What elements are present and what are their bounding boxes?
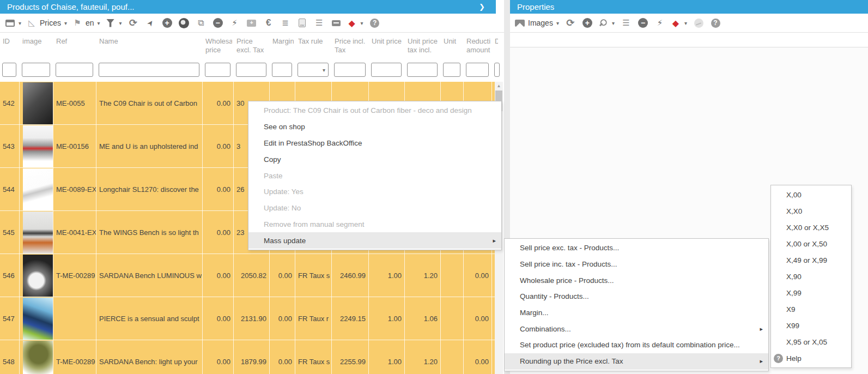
cell-ref[interactable]: T-ME-00289 — [53, 340, 96, 374]
cell-unit_price[interactable]: 1.00 — [369, 297, 405, 340]
chevron-down-icon[interactable]: ▾ — [556, 20, 559, 26]
menu-item[interactable]: X,49 or X,99 — [771, 252, 851, 268]
cell-wholesale[interactable]: 0.00 — [203, 254, 234, 297]
premium-gem-button[interactable]: ◆▾ — [670, 16, 688, 30]
filter-unit_price[interactable] — [371, 63, 402, 77]
column-header-unit_price[interactable]: Unit price — [372, 37, 403, 46]
menu-item[interactable]: Wholesale price - Products... — [505, 272, 768, 288]
cell-reduction[interactable]: 0.00 — [464, 254, 492, 297]
refresh-button[interactable]: ⟳ — [564, 16, 577, 30]
cell-name[interactable]: SARDANA Bench LUMINOUS w — [96, 254, 203, 297]
menu-item[interactable]: See on shop — [248, 119, 501, 135]
column-header-image[interactable]: image — [22, 37, 52, 46]
column-header-ref[interactable]: Ref — [56, 37, 95, 46]
menu-item[interactable]: ?Help — [771, 350, 851, 366]
language-flag-button[interactable]: ⚑en▾ — [72, 16, 101, 30]
cell-image[interactable] — [20, 125, 53, 168]
cell-ref[interactable] — [53, 297, 96, 340]
chevron-down-icon[interactable]: ▾ — [684, 20, 687, 26]
cell-ref[interactable]: ME-0055 — [53, 82, 96, 125]
cell-margin[interactable]: 0.00 — [270, 340, 295, 374]
cell-tax_rule[interactable]: FR Taux s — [295, 254, 332, 297]
cell-unit[interactable] — [441, 254, 464, 297]
cell-wholesale[interactable]: 0.00 — [203, 297, 234, 340]
cell-wholesale[interactable]: 0.00 — [203, 211, 234, 254]
cell-ref[interactable]: T-ME-00289 — [53, 254, 96, 297]
cell-margin[interactable]: 0.00 — [270, 254, 295, 297]
menu-item[interactable]: Rounding up the Price excl. Tax▸ — [505, 353, 768, 370]
column-header-unit[interactable]: Unit — [444, 37, 462, 46]
actions-lightning-button[interactable]: ⚡ — [228, 16, 241, 30]
cell-price_excl[interactable]: 2131.90 — [234, 297, 270, 340]
menu-item[interactable]: X,00 or X,50 — [771, 236, 851, 252]
cell-wholesale[interactable]: 0.00 — [203, 82, 234, 125]
cell-margin[interactable]: 0.00 — [270, 297, 295, 340]
help-button[interactable]: ? — [709, 16, 722, 30]
cell-image[interactable] — [20, 168, 53, 211]
cell-price_incl[interactable]: 2460.99 — [332, 254, 369, 297]
cell-unit[interactable] — [441, 340, 464, 374]
cell-unit_price[interactable]: 1.00 — [369, 340, 405, 374]
cell-name[interactable]: ME and U is an upholstered ind — [96, 125, 203, 168]
menu-item[interactable]: Margin... — [505, 305, 768, 321]
table-row-546[interactable]: 546T-ME-00289SARDANA Bench LUMINOUS w0.0… — [0, 254, 502, 297]
filter-wholesale[interactable] — [205, 63, 230, 77]
menu-item[interactable]: X,95 or X,05 — [771, 334, 851, 350]
print-button[interactable] — [330, 16, 343, 30]
add-button[interactable]: + — [161, 16, 174, 30]
cell-name[interactable]: PIERCE is a sensual and sculpt — [96, 297, 203, 340]
cell-wholesale[interactable]: 0.00 — [203, 168, 234, 211]
cell-unit[interactable] — [441, 297, 464, 340]
filter-image[interactable] — [22, 63, 50, 77]
filter-margin[interactable] — [272, 63, 292, 77]
menu-item[interactable]: X,X0 — [771, 203, 851, 219]
cell-name[interactable]: The C09 Chair is out of Carbon — [96, 82, 203, 125]
column-header-price_incl[interactable]: Price incl. Tax — [335, 37, 367, 55]
price-levels-button[interactable]: ≣ — [279, 16, 292, 30]
cell-price_excl[interactable]: 2050.82 — [234, 254, 270, 297]
prices-view-button[interactable]: ◺Prices▾ — [26, 16, 68, 30]
cell-id[interactable]: 547 — [0, 297, 20, 340]
filter-name[interactable] — [99, 63, 199, 77]
filter-ref[interactable] — [56, 63, 93, 77]
images-view-button[interactable]: Images▾ — [514, 16, 560, 30]
cell-image[interactable] — [20, 82, 53, 125]
copy-pages-button[interactable]: ⧉ — [195, 16, 208, 30]
menu-item[interactable]: X9 — [771, 301, 851, 317]
cell-price_incl[interactable]: 2249.15 — [332, 297, 369, 340]
cell-price_incl[interactable]: 2255.99 — [332, 340, 369, 374]
collapse-chevron-icon[interactable]: ❯ — [479, 0, 485, 14]
cell-image[interactable] — [20, 297, 53, 340]
cell-image[interactable] — [20, 340, 53, 374]
chevron-down-icon[interactable]: ▾ — [612, 20, 615, 26]
key-button[interactable]: ▾ — [598, 16, 616, 30]
menu-item[interactable]: X,00 — [771, 186, 851, 203]
premium-gem-button[interactable]: ◆▾ — [347, 16, 365, 30]
column-header-tax_rule[interactable]: Tax rule — [298, 37, 330, 46]
cell-image[interactable] — [20, 211, 53, 254]
cell-id[interactable]: 545 — [0, 211, 20, 254]
filter-button[interactable]: ▾ — [105, 16, 123, 30]
chevron-down-icon[interactable]: ▾ — [64, 20, 67, 26]
chevron-down-icon[interactable]: ▾ — [119, 20, 122, 26]
prestashop-button[interactable] — [178, 16, 191, 30]
help-button[interactable]: ? — [368, 16, 381, 30]
filter-unit_price_tax[interactable] — [407, 63, 438, 77]
cell-id[interactable]: 543 — [0, 125, 20, 168]
cell-ref[interactable]: ME-0089-EX — [53, 168, 96, 211]
menu-item[interactable]: Sell price inc. tax - Products... — [505, 256, 768, 273]
menu-item[interactable]: Mass update▸ — [248, 232, 501, 249]
filter-tax_rule[interactable]: ▾ — [298, 63, 329, 77]
cell-tax_rule[interactable]: FR Taux r — [295, 297, 332, 340]
chevron-down-icon[interactable]: ▾ — [361, 20, 363, 26]
menu-item[interactable]: Combinations...▸ — [505, 321, 768, 337]
remove-button[interactable]: − — [211, 16, 224, 30]
column-header-name[interactable]: Name — [99, 37, 201, 46]
menu-item[interactable]: X,99 — [771, 285, 851, 301]
cell-reduction[interactable]: 0.00 — [464, 340, 492, 374]
add-image-button[interactable]: + — [245, 16, 258, 30]
pointer-button[interactable]: ➤ — [144, 16, 157, 30]
cell-name[interactable]: Longchair SL1270: discover the — [96, 168, 203, 211]
column-header-reduction[interactable]: Reduction amount — [466, 37, 490, 55]
cell-id[interactable]: 544 — [0, 168, 20, 211]
